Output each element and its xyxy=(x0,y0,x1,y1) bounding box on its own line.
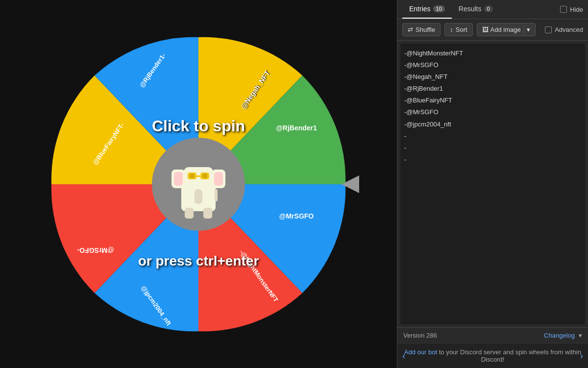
prev-arrow[interactable]: ‹ xyxy=(402,351,405,361)
entry-item: -@RjBender1 xyxy=(404,83,581,95)
entry-item: -@Negah_NFT xyxy=(404,71,581,83)
svg-text:@MrSGFO-: @MrSGFO- xyxy=(77,246,114,254)
tabs-row: Entries 10 Results 0 Hide xyxy=(397,0,588,19)
svg-rect-11 xyxy=(174,172,183,186)
entry-item: -@BlueFairyNFT xyxy=(404,95,581,106)
next-arrow[interactable]: › xyxy=(580,351,583,361)
main-container: @Negah_NFT @RjBender1 @MrSGFO -@NightMon… xyxy=(0,0,588,368)
discord-text: Add our bot to your Discord server and s… xyxy=(402,348,583,363)
svg-rect-20 xyxy=(185,208,194,219)
entry-item: -@MrSGFO xyxy=(404,59,581,71)
mascot-svg xyxy=(159,145,238,223)
image-icon: 🖼 xyxy=(482,26,489,33)
svg-text:@RjBender1: @RjBender1 xyxy=(276,124,317,132)
add-image-label: Add image xyxy=(490,26,521,33)
discord-post-text: to your Discord server and spin wheels f… xyxy=(439,348,581,363)
hide-label: Hide xyxy=(570,6,583,13)
add-image-dropdown-arrow[interactable]: ▾ xyxy=(524,26,530,33)
advanced-checkbox[interactable] xyxy=(545,26,552,33)
wheel-wrapper[interactable]: @Negah_NFT @RjBender1 @MrSGFO -@NightMon… xyxy=(47,32,350,336)
entries-badge: 10 xyxy=(433,5,445,12)
center-circle xyxy=(152,138,245,231)
entry-item: - xyxy=(404,130,581,142)
add-image-button[interactable]: 🖼 Add image ▾ xyxy=(477,23,536,36)
hide-toggle[interactable]: Hide xyxy=(560,6,583,13)
sort-label: Sort xyxy=(456,26,467,33)
svg-rect-16 xyxy=(188,172,196,179)
entry-item: - xyxy=(404,154,581,166)
hide-checkbox[interactable] xyxy=(560,6,567,13)
svg-rect-13 xyxy=(214,172,223,186)
svg-rect-9 xyxy=(184,167,213,192)
tab-results[interactable]: Results 0 xyxy=(452,0,500,19)
expand-icon[interactable]: ▾ xyxy=(579,332,582,339)
entry-item: - xyxy=(404,142,581,154)
entries-tab-label: Entries xyxy=(409,5,431,13)
entries-list: -@NightMonsterNFT -@MrSGFO -@Negah_NFT -… xyxy=(400,44,585,324)
svg-rect-21 xyxy=(203,208,212,219)
svg-rect-22 xyxy=(215,189,218,201)
entry-item: -@NightMonsterNFT xyxy=(404,48,581,59)
results-badge: 0 xyxy=(484,5,493,12)
sort-icon: ↕ xyxy=(450,26,453,33)
changelog-link[interactable]: Changelog xyxy=(544,332,575,339)
wheel-area[interactable]: @Negah_NFT @RjBender1 @MrSGFO -@NightMon… xyxy=(0,0,397,368)
discord-bar: ‹ Add our bot to your Discord server and… xyxy=(397,343,588,368)
tab-entries[interactable]: Entries 10 xyxy=(402,0,452,19)
svg-text:@MrSGFO: @MrSGFO xyxy=(279,212,314,220)
version-label: Version 286 xyxy=(403,332,437,339)
discord-bot-link[interactable]: Add our bot xyxy=(404,348,437,356)
shuffle-button[interactable]: ⇄ Shuffle xyxy=(402,23,441,36)
entry-item: -@jpcm2004_nft xyxy=(404,119,581,130)
pointer-arrow xyxy=(342,175,359,193)
svg-rect-18 xyxy=(196,175,200,177)
shuffle-label: Shuffle xyxy=(416,26,435,33)
footer-row: Version 286 Changelog ▾ xyxy=(397,327,588,343)
toolbar-row: ⇄ Shuffle ↕ Sort 🖼 Add image ▾ Advanced xyxy=(397,19,588,41)
right-panel: Entries 10 Results 0 Hide ⇄ Shuffle ↕ So… xyxy=(397,0,588,368)
entry-item: -@MrSGFO xyxy=(404,106,581,118)
svg-rect-19 xyxy=(195,189,202,204)
results-tab-label: Results xyxy=(459,5,482,13)
advanced-label: Advanced xyxy=(555,26,583,33)
svg-rect-17 xyxy=(200,172,209,179)
shuffle-icon: ⇄ xyxy=(408,26,413,33)
advanced-toggle[interactable]: Advanced xyxy=(545,26,583,33)
sort-button[interactable]: ↕ Sort xyxy=(444,23,472,36)
